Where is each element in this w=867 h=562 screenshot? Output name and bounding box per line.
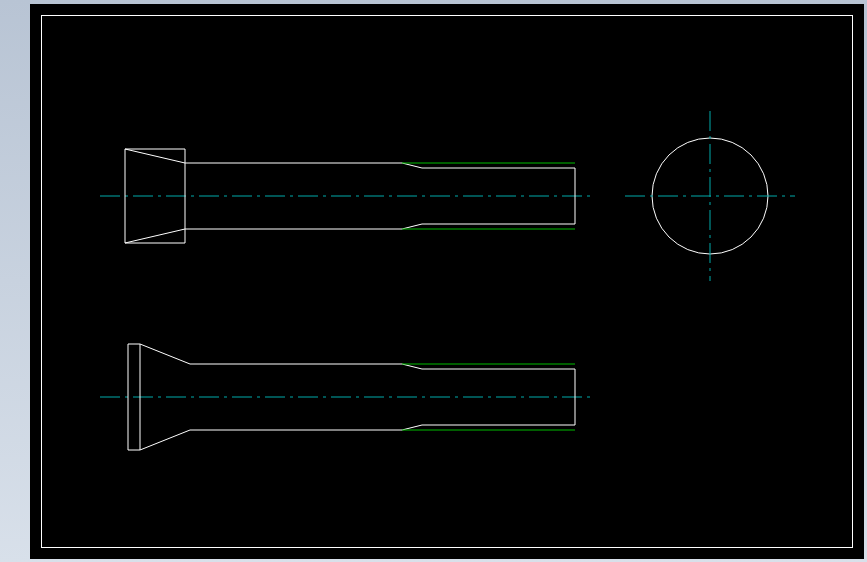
chamfer-top-2 xyxy=(402,364,422,369)
taper-top-2 xyxy=(140,344,190,364)
head-taper-bot-1 xyxy=(125,229,185,243)
taper-bot-2 xyxy=(140,430,190,450)
chamfer-bot-2 xyxy=(402,425,422,430)
cad-canvas[interactable] xyxy=(30,4,864,559)
head-taper-top-1 xyxy=(125,149,185,163)
bottom-side-view xyxy=(100,344,590,450)
top-side-view xyxy=(100,149,590,243)
end-view xyxy=(625,111,795,281)
chamfer-top-1 xyxy=(402,163,422,168)
chamfer-bot-1 xyxy=(402,224,422,229)
cad-drawing-svg xyxy=(30,4,864,559)
